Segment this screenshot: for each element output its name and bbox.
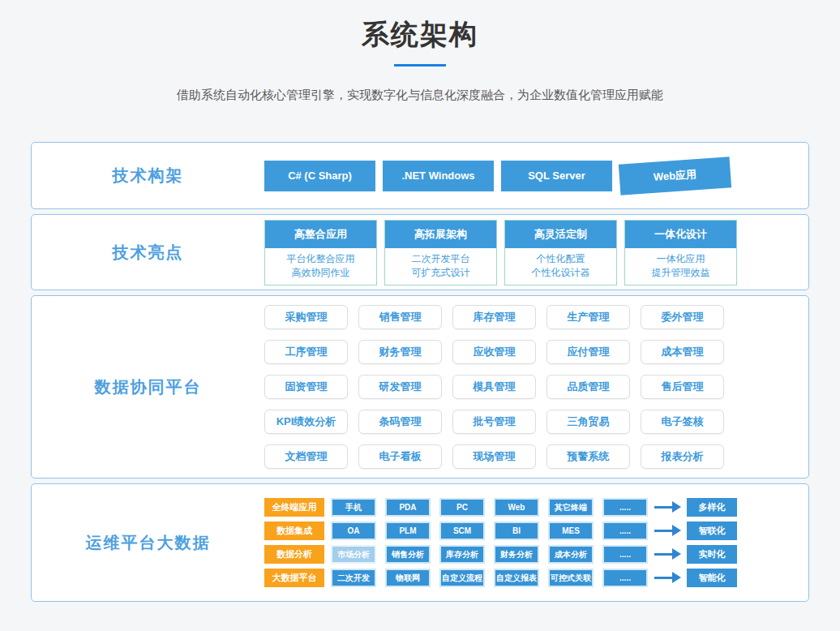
tech-button-dotnet-windows[interactable]: .NET Windows	[383, 161, 494, 191]
highlight-card-line: 提升管理效益	[625, 266, 736, 280]
module-button[interactable]: 成本管理	[641, 340, 724, 364]
module-button[interactable]: 三角贸易	[546, 410, 630, 434]
chip-button[interactable]: 其它终端	[548, 498, 594, 517]
module-button[interactable]: KPI绩效分析	[264, 410, 348, 434]
module-button[interactable]: 文档管理	[264, 444, 348, 469]
category-button[interactable]: 全终端应用	[264, 498, 324, 517]
module-button[interactable]: 研发管理	[358, 375, 442, 399]
section-label-tech-stack: 技术构架	[32, 165, 264, 187]
page-subtitle: 借助系统自动化核心管理引擎，实现数字化与信息化深度融合，为企业数值化管理应用赋能	[0, 88, 840, 103]
highlight-card-title: 高灵活定制	[505, 221, 616, 248]
chip-button[interactable]: 自定义报表	[494, 569, 539, 587]
category-button[interactable]: 数据集成	[264, 522, 324, 540]
bigdata-row-terminals: 全终端应用 手机 PDA PC Web 其它终端 ..... 多样化	[264, 498, 737, 517]
chip-group: 市场分析 销售分析 库存分析 财务分析 成本分析 .....	[331, 545, 648, 564]
chip-button[interactable]: .....	[602, 545, 648, 564]
module-button[interactable]: 电子看板	[358, 444, 442, 469]
chip-button[interactable]: 物联网	[385, 569, 431, 587]
category-button[interactable]: 数据分析	[264, 545, 324, 564]
chip-button[interactable]: 手机	[331, 498, 376, 517]
page-title: 系统架构	[0, 16, 840, 54]
highlight-card-line: 平台化整合应用	[265, 252, 376, 266]
result-button[interactable]: 实时化	[687, 545, 737, 564]
chip-button[interactable]: .....	[602, 569, 648, 587]
section-tech-stack: 技术构架 C# (C Sharp) .NET Windows SQL Serve…	[31, 142, 809, 209]
tech-button-sql-server[interactable]: SQL Server	[501, 161, 612, 191]
chip-button[interactable]: 市场分析	[331, 545, 376, 564]
chip-button[interactable]: 销售分析	[385, 545, 431, 564]
chip-button[interactable]: Web	[494, 498, 539, 517]
highlight-card-body: 一体化应用 提升管理效益	[625, 248, 736, 285]
chip-button[interactable]: 二次开发	[331, 569, 376, 587]
module-button[interactable]: 现场管理	[452, 444, 536, 469]
bigdata-row-platform: 大数据平台 二次开发 物联网 自定义流程 自定义报表 可控式关联 ..... 智…	[264, 569, 737, 587]
bigdata-row-integration: 数据集成 OA PLM SCM BI MES ..... 智联化	[264, 522, 737, 540]
title-underline	[394, 64, 446, 67]
module-button[interactable]: 批号管理	[452, 410, 536, 434]
section-label-highlights: 技术亮点	[32, 242, 264, 264]
highlight-card-line: 可扩充式设计	[385, 266, 496, 280]
highlight-card-line: 高效协同作业	[265, 266, 376, 280]
module-button[interactable]: 售后管理	[641, 375, 724, 399]
arrow-right-icon	[654, 498, 682, 517]
highlight-card-integration: 高整合应用 平台化整合应用 高效协同作业	[264, 220, 377, 285]
highlight-card-unified-design: 一体化设计 一体化应用 提升管理效益	[624, 220, 737, 285]
bigdata-rows: 全终端应用 手机 PDA PC Web 其它终端 ..... 多样化 数据集成 …	[264, 498, 737, 587]
chip-button[interactable]: 财务分析	[494, 545, 539, 564]
module-button[interactable]: 固资管理	[264, 375, 348, 399]
highlight-card-title: 高拓展架构	[385, 221, 496, 248]
module-button[interactable]: 品质管理	[546, 375, 630, 399]
module-button[interactable]: 销售管理	[358, 305, 442, 329]
chip-button[interactable]: 可控式关联	[548, 569, 594, 587]
module-button[interactable]: 库存管理	[452, 305, 536, 329]
page: 系统架构 借助系统自动化核心管理引擎，实现数字化与信息化深度融合，为企业数值化管…	[0, 0, 840, 602]
chip-button[interactable]: 自定义流程	[439, 569, 485, 587]
chip-button[interactable]: 库存分析	[439, 545, 485, 564]
chip-button[interactable]: SCM	[439, 522, 485, 540]
result-button[interactable]: 智联化	[687, 522, 737, 540]
section-data-platform: 数据协同平台 采购管理 销售管理 库存管理 生产管理 委外管理 工序管理 财务管…	[31, 295, 809, 479]
arrow-right-icon	[654, 545, 682, 564]
tech-button-web-app[interactable]: Web应用	[619, 157, 731, 195]
chip-button[interactable]: .....	[602, 498, 648, 517]
arrow-right-icon	[654, 522, 682, 540]
highlight-card-title: 一体化设计	[625, 221, 736, 248]
chip-button[interactable]: PDA	[385, 498, 431, 517]
highlight-card-line: 二次开发平台	[385, 252, 496, 266]
module-button[interactable]: 工序管理	[264, 340, 348, 364]
chip-button[interactable]: OA	[331, 522, 376, 540]
arrow-right-icon	[654, 569, 682, 587]
module-grid: 采购管理 销售管理 库存管理 生产管理 委外管理 工序管理 财务管理 应收管理 …	[264, 305, 724, 469]
chip-group: OA PLM SCM BI MES .....	[331, 522, 648, 540]
bigdata-row-analysis: 数据分析 市场分析 销售分析 库存分析 财务分析 成本分析 ..... 实时化	[264, 545, 737, 564]
result-button[interactable]: 多样化	[687, 498, 737, 517]
section-label-bigdata: 运维平台大数据	[32, 532, 264, 554]
result-button[interactable]: 智能化	[687, 569, 737, 587]
chip-group: 二次开发 物联网 自定义流程 自定义报表 可控式关联 .....	[331, 569, 648, 587]
highlight-cards: 高整合应用 平台化整合应用 高效协同作业 高拓展架构 二次开发平台 可扩充式设计…	[264, 220, 737, 285]
module-button[interactable]: 委外管理	[641, 305, 724, 329]
chip-button[interactable]: .....	[602, 522, 648, 540]
module-button[interactable]: 报表分析	[641, 444, 724, 469]
chip-button[interactable]: PC	[439, 498, 485, 517]
module-button[interactable]: 生产管理	[546, 305, 630, 329]
highlight-card-line: 个性化设计器	[505, 266, 616, 280]
module-button[interactable]: 应收管理	[452, 340, 536, 364]
chip-button[interactable]: 成本分析	[548, 545, 594, 564]
module-button[interactable]: 应付管理	[546, 340, 630, 364]
module-button[interactable]: 预警系统	[546, 444, 630, 469]
module-button[interactable]: 财务管理	[358, 340, 442, 364]
tech-button-csharp[interactable]: C# (C Sharp)	[264, 161, 375, 191]
chip-button[interactable]: MES	[548, 522, 594, 540]
section-label-data-platform: 数据协同平台	[32, 376, 264, 398]
module-button[interactable]: 电子签核	[641, 410, 724, 434]
chip-group: 手机 PDA PC Web 其它终端 .....	[331, 498, 648, 517]
highlight-card-extensibility: 高拓展架构 二次开发平台 可扩充式设计	[384, 220, 497, 285]
module-button[interactable]: 条码管理	[358, 410, 442, 434]
chip-button[interactable]: PLM	[385, 522, 431, 540]
category-button[interactable]: 大数据平台	[264, 569, 324, 587]
chip-button[interactable]: BI	[494, 522, 539, 540]
highlight-card-body: 个性化配置 个性化设计器	[505, 248, 616, 285]
module-button[interactable]: 模具管理	[452, 375, 536, 399]
module-button[interactable]: 采购管理	[264, 305, 348, 329]
